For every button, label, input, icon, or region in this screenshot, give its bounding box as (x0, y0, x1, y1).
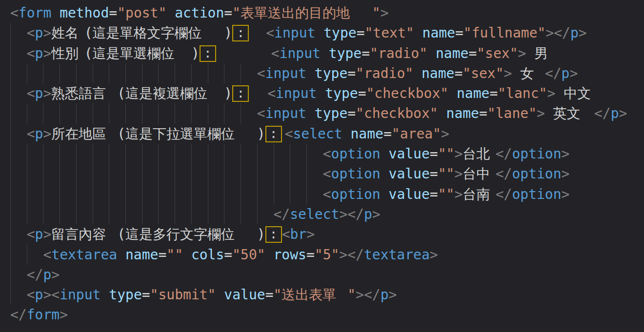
indent-guides (10, 184, 321, 204)
token-attribute-name: name (457, 85, 489, 101)
token-equals: = (455, 25, 463, 41)
token-punctuation: > (537, 105, 545, 121)
token-attribute-name: value (389, 186, 430, 202)
token-text: ) (257, 126, 265, 142)
token-tag-name: form (19, 5, 51, 21)
unicode-highlight-fullwidth-colon[interactable]: : (232, 85, 249, 102)
token-tag-name: select (290, 206, 339, 222)
code-line-1[interactable]: <form method="post" action="表單送出的目的地"> (10, 3, 644, 23)
token-attribute-name: type (315, 65, 347, 81)
token-punctuation: </ (594, 105, 611, 121)
token-punctuation: < (257, 65, 265, 81)
token-text: 台北 (463, 144, 495, 164)
token-punctuation: > (389, 287, 397, 303)
token-punctuation: < (27, 85, 35, 101)
code-line-12[interactable]: <p>留言內容(這是多行文字欄位):<br> (10, 224, 644, 244)
code-line-9[interactable]: <option value="">台中</option> (10, 164, 644, 184)
token-punctuation: < (27, 287, 35, 303)
token-equals: = (383, 126, 392, 142)
token-text: 留言內容 (51, 224, 117, 244)
unicode-highlight-fullwidth-colon[interactable]: : (265, 226, 282, 243)
indent-guides (10, 83, 25, 103)
token-text (315, 25, 323, 41)
token-text (101, 287, 109, 303)
token-punctuation: < (267, 85, 276, 101)
token-punctuation: > (381, 5, 389, 21)
code-line-11[interactable]: </select></p> (10, 204, 644, 224)
token-tag-name: input (276, 85, 317, 101)
token-string: "radio" (370, 45, 427, 61)
token-equals: = (468, 45, 477, 61)
code-line-13[interactable]: <textarea name="" cols="50" rows="5"></t… (10, 245, 644, 265)
code-line-16[interactable]: </form> (10, 305, 644, 325)
code-line-14[interactable]: </p> (10, 265, 644, 285)
code-line-4[interactable]: <input type="radio" name="sex"> 女 </p> (10, 63, 644, 83)
token-punctuation: < (257, 105, 265, 121)
token-punctuation: < (323, 146, 331, 162)
token-text (381, 166, 389, 182)
token-string: "fullname" (463, 25, 546, 41)
token-tag-name: p (35, 287, 43, 303)
token-punctuation: > (441, 126, 449, 142)
indent-guides (10, 245, 41, 265)
token-punctuation: < (266, 25, 274, 41)
token-text: 男 (534, 43, 551, 63)
token-text (216, 287, 224, 303)
token-text: 這是單格文字欄位 (93, 23, 224, 43)
token-attribute-name: method (60, 5, 109, 21)
token-text: ( (117, 126, 125, 142)
token-string: "checkbox" (366, 85, 449, 101)
token-text: 這是下拉選單欄位 (125, 124, 257, 144)
code-line-15[interactable]: <p><input type="submit" value="送出表單"></p… (10, 285, 644, 305)
token-punctuation: > (518, 45, 526, 61)
token-text (117, 247, 125, 263)
token-equals: = (347, 105, 356, 121)
code-line-5[interactable]: <p>熟悉語言(這是複選欄位):<input type="checkbox" n… (10, 83, 644, 103)
code-line-7[interactable]: <p>所在地區(這是下拉選單欄位):<select name="area"> (10, 124, 644, 144)
unicode-highlight-fullwidth-colon[interactable]: : (232, 25, 249, 41)
token-tag-name: input (60, 287, 101, 303)
code-editor[interactable]: <form method="post" action="表單送出的目的地"><p… (0, 0, 644, 332)
token-string: 送出表單 (282, 285, 347, 305)
indent-guides (10, 285, 25, 305)
token-attribute-name: cols (191, 247, 224, 263)
code-line-10[interactable]: <option value="">台南</option> (10, 184, 644, 204)
code-line-6[interactable]: <input type="checkbox" name="lane"> 英文 <… (10, 103, 644, 123)
token-punctuation: </ (274, 206, 290, 222)
code-line-2[interactable]: <p>姓名(這是單格文字欄位):<input type="text" name=… (10, 23, 644, 43)
token-punctuation: > (454, 186, 463, 202)
token-attribute-name: type (323, 25, 356, 41)
token-punctuation: </ (545, 65, 562, 81)
token-string: "submit" (150, 287, 216, 303)
token-text: ( (84, 45, 93, 61)
token-text: 性別 (51, 43, 84, 63)
unicode-highlight-fullwidth-colon[interactable]: : (265, 126, 282, 142)
token-text (317, 85, 325, 101)
token-tag-name: select (293, 126, 342, 142)
token-string: "5" (315, 247, 340, 263)
token-tag-name: textarea (364, 247, 430, 263)
token-text (413, 65, 422, 81)
token-attribute-name: value (389, 146, 430, 162)
token-punctuation: >< (43, 287, 60, 303)
code-line-3[interactable]: <p>性別(這是單選欄位):<input type="radio" name="… (10, 43, 644, 63)
unicode-highlight-fullwidth-colon[interactable]: : (200, 45, 216, 62)
token-tag-name: option (331, 166, 381, 182)
token-text (166, 5, 175, 21)
code-line-8[interactable]: <option value="">台北</option> (10, 144, 644, 164)
token-tag-name: option (331, 146, 381, 162)
token-equals: = (362, 45, 370, 61)
token-text: ) (257, 226, 265, 242)
token-text (183, 247, 191, 263)
token-text (526, 45, 534, 61)
token-string: "" (166, 247, 183, 263)
token-text: 所在地區 (51, 124, 117, 144)
token-punctuation: < (10, 5, 19, 21)
indent-guides (10, 103, 255, 123)
token-punctuation: </ (27, 267, 43, 283)
token-attribute-name: type (109, 287, 141, 303)
token-text (306, 105, 315, 121)
token-string: " (232, 5, 241, 21)
token-equals: = (109, 5, 117, 21)
token-punctuation: ></ (545, 25, 570, 41)
